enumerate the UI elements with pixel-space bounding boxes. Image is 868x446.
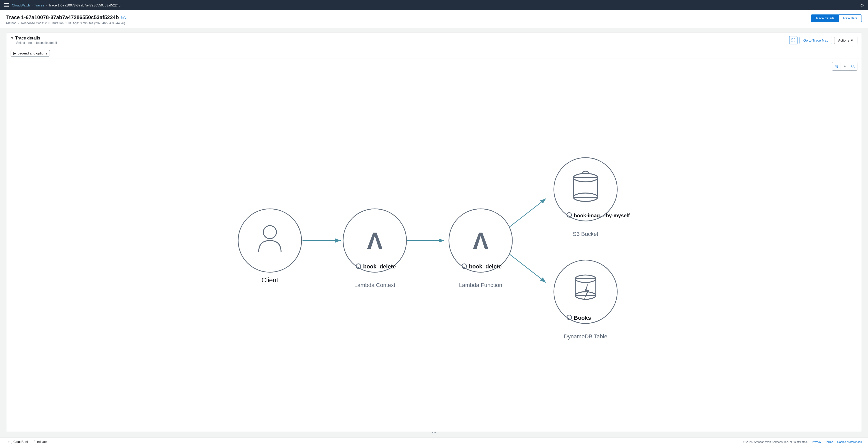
zoom-out-button[interactable] — [849, 62, 857, 70]
actions-chevron-icon: ▼ — [850, 38, 854, 42]
header-tabs: Trace details Raw data — [811, 14, 862, 22]
nav-right: ⚙ — [860, 3, 864, 8]
svg-text:DynamoDB Table: DynamoDB Table — [564, 333, 607, 340]
page-header: Trace 1-67a10078-37ab7a47286550c53af5224… — [0, 10, 868, 28]
footer: >_ CloudShell Feedback © 2025, Amazon We… — [0, 438, 868, 446]
svg-text:Lambda Context: Lambda Context — [354, 282, 395, 288]
svg-line-5 — [854, 67, 855, 68]
panel-title: ▼ Trace details — [10, 36, 58, 40]
svg-text:S3 Bucket: S3 Bucket — [573, 231, 598, 237]
feedback-label: Feedback — [34, 440, 47, 444]
node-s3[interactable]: book-imag...-by-myself S3 Bucket — [554, 158, 630, 237]
svg-line-1 — [837, 67, 838, 68]
svg-text:Lambda Function: Lambda Function — [459, 282, 502, 288]
privacy-link[interactable]: Privacy — [812, 440, 821, 443]
footer-copyright: © 2025, Amazon Web Services, Inc. or its… — [743, 440, 808, 443]
svg-text:Λ: Λ — [473, 228, 488, 254]
legend-bar: ▶ Legend and options — [6, 48, 862, 59]
svg-text:book-imag...-by-myself: book-imag...-by-myself — [574, 213, 630, 218]
breadcrumb-cloudwatch[interactable]: CloudWatch — [12, 3, 30, 7]
cloudshell-label: CloudShell — [13, 440, 28, 444]
collapse-icon[interactable]: ▼ — [10, 36, 14, 40]
resize-dots — [432, 432, 436, 433]
cloudshell-icon: >_ — [8, 440, 12, 444]
cookie-link[interactable]: Cookie preferences — [837, 440, 862, 443]
page-title: Trace 1-67a10078-37ab7a47286550c53af5224… — [6, 14, 127, 21]
svg-text:Books: Books — [574, 315, 591, 321]
edge-lambda-fn-s3 — [504, 199, 546, 231]
zoom-controls — [832, 62, 858, 71]
legend-label: Legend and options — [18, 52, 47, 55]
info-badge[interactable]: Info — [121, 15, 127, 20]
main-content: ▼ Trace details Select a node to see its… — [0, 28, 868, 438]
tab-trace-details[interactable]: Trace details — [811, 14, 839, 22]
page-meta: Method: -. Response Code: 200. Duration:… — [6, 22, 127, 25]
node-dynamodb[interactable]: Books DynamoDB Table — [554, 260, 617, 340]
panel-title-text: Trace details — [15, 36, 40, 40]
breadcrumb: CloudWatch › Traces › Trace 1-67a10078-3… — [12, 3, 120, 7]
svg-text:book_delete: book_delete — [363, 263, 396, 270]
trace-diagram: Client Λ book_delete Lambda Context — [6, 59, 862, 432]
breadcrumb-traces[interactable]: Traces — [34, 3, 44, 7]
svg-point-21 — [554, 158, 617, 221]
fullscreen-button[interactable] — [789, 36, 798, 44]
svg-text:Λ: Λ — [367, 228, 382, 254]
breadcrumb-sep-1: › — [32, 4, 33, 7]
top-nav: CloudWatch › Traces › Trace 1-67a10078-3… — [0, 0, 868, 10]
actions-label: Actions — [838, 38, 849, 42]
settings-icon[interactable]: ⚙ — [860, 3, 864, 7]
panel-header-left: ▼ Trace details Select a node to see its… — [10, 36, 58, 45]
node-lambda-function[interactable]: Λ book_delete Lambda Function — [449, 209, 512, 288]
trace-panel: ▼ Trace details Select a node to see its… — [6, 33, 862, 433]
breadcrumb-current: Trace 1-67a10078-37ab7a47286550c53af5224… — [48, 3, 120, 7]
zoom-reset[interactable] — [841, 62, 849, 70]
footer-left: >_ CloudShell Feedback — [6, 439, 49, 444]
resize-handle[interactable] — [6, 432, 862, 433]
tab-raw-data[interactable]: Raw data — [839, 14, 862, 22]
diagram-area[interactable]: Client Λ book_delete Lambda Context — [6, 59, 862, 432]
goto-trace-map-button[interactable]: Go to Trace Map — [800, 37, 832, 44]
panel-subtitle: Select a node to see its details — [10, 41, 58, 45]
terms-link[interactable]: Terms — [826, 440, 833, 443]
breadcrumb-sep-2: › — [46, 4, 47, 7]
node-client[interactable]: Client — [238, 209, 302, 284]
panel-header: ▼ Trace details Select a node to see its… — [6, 33, 862, 48]
svg-text:book_delete: book_delete — [469, 263, 501, 270]
cloudshell-button[interactable]: >_ CloudShell — [6, 439, 30, 444]
zoom-in-button[interactable] — [832, 62, 841, 70]
footer-right: © 2025, Amazon Web Services, Inc. or its… — [743, 440, 862, 443]
page-title-text: Trace 1-67a10078-37ab7a47286550c53af5224… — [6, 14, 119, 21]
node-lambda-context[interactable]: Λ book_delete Lambda Context — [343, 209, 406, 288]
hamburger-menu[interactable] — [4, 3, 9, 7]
legend-expand-icon: ▶ — [13, 52, 16, 55]
edge-lambda-fn-dynamo — [504, 250, 546, 282]
panel-body: ▶ Legend and options — [6, 48, 862, 433]
feedback-button[interactable]: Feedback — [32, 440, 49, 444]
panel-header-right: Go to Trace Map Actions ▼ — [789, 36, 858, 44]
legend-toggle-button[interactable]: ▶ Legend and options — [10, 50, 50, 57]
actions-button[interactable]: Actions ▼ — [834, 37, 858, 44]
svg-text:Client: Client — [261, 276, 278, 284]
